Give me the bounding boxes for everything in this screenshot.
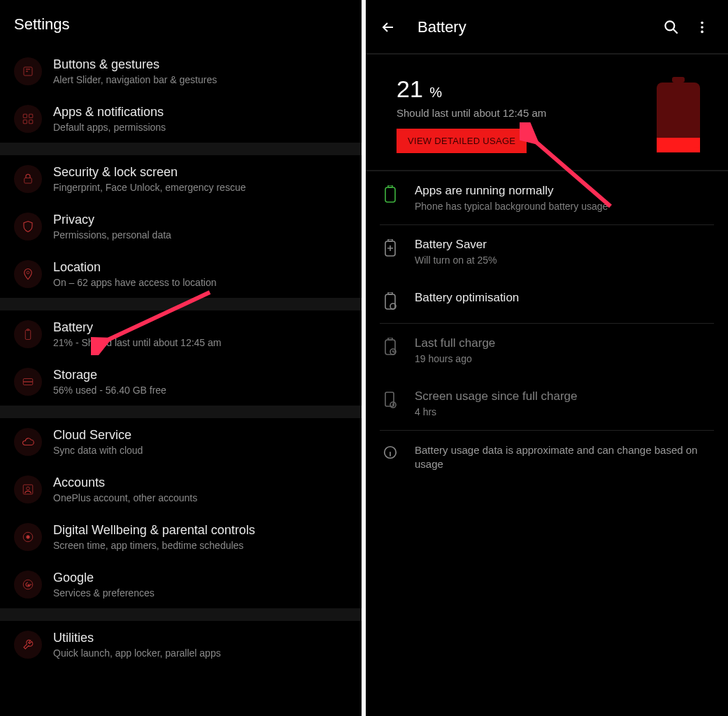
settings-item-wellbeing[interactable]: Digital Wellbeing & parental controls Sc…: [0, 513, 362, 561]
page-title: Settings: [14, 15, 348, 34]
settings-item-buttons-gestures[interactable]: Buttons & gestures Alert Slider, navigat…: [0, 48, 362, 95]
view-detailed-usage-button[interactable]: VIEW DETAILED USAGE: [397, 129, 527, 153]
svg-rect-20: [672, 77, 685, 83]
battery-level-icon: [657, 77, 700, 152]
battery-note: Battery usage data is approximate and ca…: [415, 443, 714, 472]
svg-rect-32: [388, 338, 392, 340]
item-subtitle: Sync data with cloud: [53, 445, 143, 456]
battery-icon: [14, 320, 42, 348]
item-subtitle: Alert Slider, navigation bar & gestures: [53, 74, 217, 85]
page-title: Battery: [417, 18, 652, 36]
settings-item-apps-notifications[interactable]: Apps & notifications Default apps, permi…: [0, 95, 362, 143]
item-title: Location: [53, 260, 216, 275]
shield-icon: [14, 213, 42, 241]
section-divider: [0, 406, 362, 418]
item-subtitle: Permissions, personal data: [53, 229, 171, 241]
item-subtitle: Screen time, app timers, bedtime schedul…: [53, 540, 255, 551]
item-title: Digital Wellbeing & parental controls: [53, 523, 255, 538]
svg-rect-7: [25, 330, 31, 340]
svg-rect-24: [385, 187, 395, 202]
battery-forecast: Should last until about 12:45 am: [397, 107, 657, 119]
item-subtitle: Will turn on at 25%: [415, 255, 497, 266]
item-subtitle: Services & preferences: [53, 587, 155, 599]
settings-item-cloud[interactable]: Cloud Service Sync data with cloud: [0, 418, 362, 466]
item-subtitle: Default apps, permissions: [53, 122, 166, 133]
item-title: Accounts: [53, 475, 197, 490]
screen-usage-icon: [380, 391, 401, 409]
apps-icon: [14, 105, 42, 133]
item-subtitle: 4 hrs: [415, 406, 577, 417]
settings-item-security[interactable]: Security & lock screen Fingerprint, Face…: [0, 155, 362, 203]
settings-item-utilities[interactable]: Utilities Quick launch, app locker, para…: [0, 621, 362, 668]
battery-percent: 21 %: [397, 76, 657, 103]
section-divider: [0, 143, 362, 155]
battery-item-last-charge: Last full charge 19 hours ago: [366, 324, 728, 377]
svg-point-6: [27, 271, 29, 274]
svg-point-13: [27, 536, 30, 539]
item-title: Security & lock screen: [53, 165, 245, 180]
item-subtitle: Fingerprint, Face Unlock, emergency resc…: [53, 182, 245, 193]
battery-optim-icon: [380, 292, 401, 310]
svg-rect-23: [657, 147, 700, 152]
battery-item-note: Battery usage data is approximate and ca…: [366, 431, 728, 485]
settings-item-google[interactable]: Google Services & preferences: [0, 561, 362, 608]
item-title: Privacy: [53, 213, 171, 227]
item-subtitle: On – 62 apps have access to location: [53, 277, 216, 288]
item-title: Battery Saver: [415, 238, 497, 252]
item-subtitle: 21% - Should last until about 12:45 am: [53, 337, 222, 348]
battery-header: Battery: [366, 0, 728, 53]
battery-item-optimisation[interactable]: Battery optimisation: [366, 278, 728, 323]
lock-icon: [14, 165, 42, 193]
svg-rect-3: [23, 120, 27, 124]
last-charge-icon: [380, 338, 401, 356]
settings-item-location[interactable]: Location On – 62 apps have access to loc…: [0, 250, 362, 298]
utilities-icon: [14, 631, 42, 659]
item-title: Battery: [53, 320, 222, 335]
cloud-icon: [14, 428, 42, 456]
svg-rect-27: [388, 239, 392, 241]
svg-rect-29: [388, 292, 392, 294]
battery-ok-icon: [380, 185, 401, 203]
item-title: Battery optimisation: [415, 291, 519, 305]
svg-point-11: [27, 487, 30, 490]
battery-item-saver[interactable]: Battery Saver Will turn on at 25%: [366, 225, 728, 278]
svg-rect-1: [23, 114, 27, 117]
svg-point-19: [701, 31, 704, 34]
info-icon: [380, 445, 401, 460]
settings-item-battery[interactable]: Battery 21% - Should last until about 12…: [0, 310, 362, 358]
item-title: Apps are running normally: [415, 184, 608, 198]
item-title: Google: [53, 571, 155, 585]
settings-screen: Settings Buttons & gestures Alert Slider…: [0, 0, 362, 716]
battery-item-apps-running[interactable]: Apps are running normally Phone has typi…: [366, 171, 728, 224]
svg-point-18: [701, 26, 704, 29]
svg-rect-25: [388, 185, 392, 187]
settings-item-privacy[interactable]: Privacy Permissions, personal data: [0, 203, 362, 250]
item-title: Cloud Service: [53, 428, 143, 443]
google-icon: [14, 571, 42, 599]
more-button[interactable]: [690, 15, 714, 39]
item-title: Utilities: [53, 631, 221, 645]
settings-item-accounts[interactable]: Accounts OnePlus account, other accounts: [0, 466, 362, 513]
battery-saver-icon: [380, 239, 401, 257]
item-subtitle: Phone has typical background battery usa…: [415, 201, 608, 212]
accounts-icon: [14, 475, 42, 503]
item-subtitle: 19 hours ago: [415, 353, 495, 364]
battery-item-screen-usage: Screen usage since full charge 4 hrs: [366, 377, 728, 430]
back-button[interactable]: [380, 19, 397, 36]
storage-icon: [14, 368, 42, 396]
section-divider: [0, 608, 362, 621]
svg-rect-5: [24, 178, 32, 184]
wellbeing-icon: [14, 523, 42, 551]
settings-item-storage[interactable]: Storage 56% used - 56.40 GB free: [0, 358, 362, 406]
item-title: Screen usage since full charge: [415, 389, 577, 403]
search-button[interactable]: [659, 15, 683, 39]
item-subtitle: OnePlus account, other accounts: [53, 492, 197, 503]
percent-symbol: %: [429, 85, 442, 100]
item-title: Apps & notifications: [53, 105, 166, 120]
section-divider: [0, 298, 362, 310]
item-title: Storage: [53, 368, 166, 382]
svg-rect-4: [29, 120, 33, 124]
item-title: Buttons & gestures: [53, 57, 217, 72]
battery-screen: Battery 21 % Should last until about 12:…: [366, 0, 728, 716]
percent-value: 21: [397, 76, 423, 102]
